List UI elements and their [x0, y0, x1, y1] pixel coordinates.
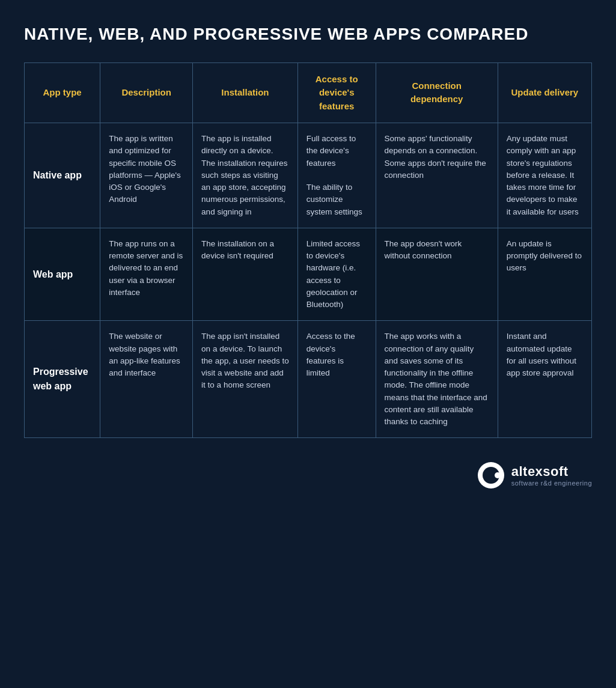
cell-update: An update is promptly delivered to users — [498, 228, 591, 321]
cell-connection: Some apps' functionality depends on a co… — [376, 123, 498, 228]
cell-label: Native app — [25, 123, 100, 228]
logo-section: altexsoft software r&d engineering — [24, 462, 592, 489]
cell-access: Limited access to device's hardware (i.e… — [297, 228, 376, 321]
header-description: Description — [100, 62, 193, 123]
cell-description: The website or website pages with an app… — [100, 321, 193, 438]
altexsoft-logo-icon — [478, 462, 504, 489]
cell-access: Access to the device's features is limit… — [297, 321, 376, 438]
table-row: Native appThe app is written and optimiz… — [25, 123, 592, 228]
cell-access: Full access to the device's featuresThe … — [297, 123, 376, 228]
table-header-row: App type Description Installation Access… — [25, 62, 592, 123]
logo-text: altexsoft software r&d engineering — [511, 464, 592, 487]
header-installation: Installation — [193, 62, 298, 123]
comparison-table: App type Description Installation Access… — [24, 62, 592, 439]
logo-tagline: software r&d engineering — [511, 479, 592, 487]
cell-description: The app runs on a remote server and is d… — [100, 228, 193, 321]
logo-name: altexsoft — [511, 464, 569, 479]
table-row: Web appThe app runs on a remote server a… — [25, 228, 592, 321]
header-connection: Connection dependency — [376, 62, 498, 123]
page-title: NATIVE, WEB, AND PROGRESSIVE WEB APPS CO… — [24, 24, 592, 44]
header-update: Update delivery — [498, 62, 591, 123]
header-app-type: App type — [25, 62, 100, 123]
cell-update: Any update must comply with an app store… — [498, 123, 591, 228]
cell-installation: The installation on a device isn't requi… — [193, 228, 298, 321]
cell-connection: The app doesn't work without connection — [376, 228, 498, 321]
table-row: Progressive web appThe website or websit… — [25, 321, 592, 438]
cell-label: Progressive web app — [25, 321, 100, 438]
cell-label: Web app — [25, 228, 100, 321]
cell-description: The app is written and optimized for spe… — [100, 123, 193, 228]
header-access: Access to device's features — [297, 62, 376, 123]
cell-connection: The app works with a connection of any q… — [376, 321, 498, 438]
cell-installation: The app isn't installed on a device. To … — [193, 321, 298, 438]
cell-update: Instant and automated update for all use… — [498, 321, 591, 438]
cell-installation: The app is installed directly on a devic… — [193, 123, 298, 228]
